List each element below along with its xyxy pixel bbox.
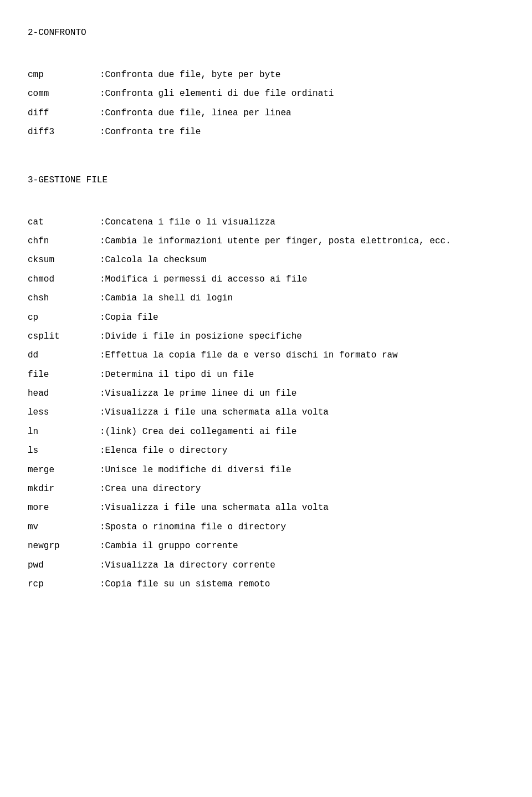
header-spacer [28,54,504,65]
command-desc: :Visualizza le prime linee di un file [100,384,504,403]
table-row: rcp:Copia file su un sistema remoto [28,575,504,594]
command-desc: :Concatena i file o li visualizza [100,213,504,232]
command-name: merge [28,461,100,479]
section-title-gestione-file: 3-GESTIONE FILE [28,175,504,185]
table-row: mkdir:Crea una directory [28,479,504,498]
table-row: cp:Copia file [28,308,504,327]
command-name: dd [28,346,100,365]
command-desc: :Copia file su un sistema remoto [100,575,504,594]
command-name: head [28,384,100,403]
table-row: cat:Concatena i file o li visualizza [28,213,504,232]
command-name: comm [28,84,100,103]
command-desc: :Visualizza la directory corrente [100,556,504,575]
command-desc: :(link) Crea dei collegamenti ai file [100,422,504,441]
table-row: chsh:Cambia la shell di login [28,289,504,308]
command-name: chfn [28,232,100,251]
table-row: less:Visualizza i file una schermata all… [28,403,504,422]
command-name: cp [28,308,100,327]
table-row: ln:(link) Crea dei collegamenti ai file [28,422,504,441]
section-title-confronto: 2-CONFRONTO [28,28,504,38]
table-row: mv:Sposta o rinomina file o directory [28,518,504,537]
command-name: mkdir [28,479,100,498]
command-name: cat [28,213,100,232]
table-row: csplit:Divide i file in posizione specif… [28,327,504,346]
command-table-gestione-file: cat:Concatena i file o li visualizzachfn… [28,213,504,594]
command-name: diff [28,104,100,122]
command-name: less [28,403,100,422]
command-name: ln [28,422,100,441]
table-row: diff:Confronta due file, linea per linea [28,104,504,122]
command-desc: :Unisce le modifiche di diversi file [100,461,504,479]
command-name: mv [28,518,100,537]
command-desc: :Copia file [100,308,504,327]
command-name: csplit [28,327,100,346]
command-desc: :Crea una directory [100,479,504,498]
command-name: chsh [28,289,100,308]
command-desc: :Sposta o rinomina file o directory [100,518,504,537]
table-row: chmod:Modifica i permessi di accesso ai … [28,270,504,289]
command-desc: :Confronta gli elementi di due file ordi… [100,84,504,103]
table-row: diff3:Confronta tre file [28,122,504,141]
table-row: merge:Unisce le modifiche di diversi fil… [28,461,504,479]
table-row: more:Visualizza i file una schermata all… [28,498,504,517]
table-row: comm:Confronta gli elementi di due file … [28,84,504,103]
table-row: dd:Effettua la copia file da e verso dis… [28,346,504,365]
table-row: head:Visualizza le prime linee di un fil… [28,384,504,403]
command-name: rcp [28,575,100,594]
command-table-confronto: cmp:Confronta due file, byte per bytecom… [28,65,504,142]
command-name: diff3 [28,122,100,141]
command-name: chmod [28,270,100,289]
table-row: ls:Elenca file o directory [28,441,504,460]
section-spacer [28,147,504,170]
command-desc: :Modifica i permessi di accesso ai file [100,270,504,289]
command-desc: :Visualizza i file una schermata alla vo… [100,498,504,517]
header-spacer [28,202,504,213]
command-desc: :Cambia le informazioni utente per finge… [100,232,504,251]
command-name: cmp [28,65,100,84]
table-row: cmp:Confronta due file, byte per byte [28,65,504,84]
command-desc: :Cambia la shell di login [100,289,504,308]
table-row: pwd:Visualizza la directory corrente [28,556,504,575]
command-desc: :Confronta due file, linea per linea [100,104,504,122]
command-desc: :Cambia il gruppo corrente [100,537,504,555]
command-desc: :Divide i file in posizione specifiche [100,327,504,346]
command-name: newgrp [28,537,100,555]
table-row: newgrp:Cambia il gruppo corrente [28,537,504,555]
command-desc: :Determina il tipo di un file [100,365,504,384]
table-row: cksum:Calcola la checksum [28,251,504,269]
command-name: file [28,365,100,384]
command-desc: :Effettua la copia file da e verso disch… [100,346,504,365]
command-desc: :Calcola la checksum [100,251,504,269]
table-row: chfn:Cambia le informazioni utente per f… [28,232,504,251]
command-desc: :Elenca file o directory [100,441,504,460]
page-content: 2-CONFRONTOcmp:Confronta due file, byte … [28,28,504,594]
command-name: ls [28,441,100,460]
command-desc: :Confronta tre file [100,122,504,141]
command-name: cksum [28,251,100,269]
command-desc: :Confronta due file, byte per byte [100,65,504,84]
command-desc: :Visualizza i file una schermata alla vo… [100,403,504,422]
table-row: file:Determina il tipo di un file [28,365,504,384]
command-name: pwd [28,556,100,575]
command-name: more [28,498,100,517]
